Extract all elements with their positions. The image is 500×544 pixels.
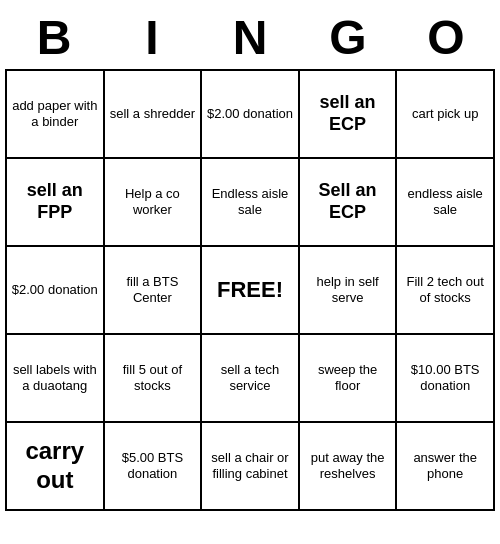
bingo-cell: carry out [7,423,105,511]
bingo-cell: FREE! [202,247,300,335]
bingo-cell: endless aisle sale [397,159,495,247]
bingo-cell: sell a tech service [202,335,300,423]
bingo-cell: add paper with a binder [7,71,105,159]
bingo-cell: $10.00 BTS donation [397,335,495,423]
bingo-cell: sell a chair or filling cabinet [202,423,300,511]
bingo-cell: Endless aisle sale [202,159,300,247]
header-letter: B [5,8,103,69]
bingo-cell: sell an ECP [300,71,398,159]
header-letter: N [201,8,299,69]
header-letter: I [103,8,201,69]
bingo-cell: sell an FPP [7,159,105,247]
bingo-cell: $5.00 BTS donation [105,423,203,511]
bingo-cell: fill a BTS Center [105,247,203,335]
bingo-cell: put away the reshelves [300,423,398,511]
bingo-container: BINGO add paper with a bindersell a shre… [5,8,495,511]
bingo-cell: fill 5 out of stocks [105,335,203,423]
bingo-cell: cart pick up [397,71,495,159]
bingo-cell: sell a shredder [105,71,203,159]
bingo-cell: $2.00 donation [202,71,300,159]
header-letter: O [397,8,495,69]
bingo-cell: $2.00 donation [7,247,105,335]
bingo-cell: Help a co worker [105,159,203,247]
bingo-cell: Sell an ECP [300,159,398,247]
bingo-header: BINGO [5,8,495,69]
header-letter: G [299,8,397,69]
bingo-cell: answer the phone [397,423,495,511]
bingo-grid: add paper with a bindersell a shredder$2… [5,69,495,511]
bingo-cell: Fill 2 tech out of stocks [397,247,495,335]
bingo-cell: sell labels with a duaotang [7,335,105,423]
bingo-cell: help in self serve [300,247,398,335]
bingo-cell: sweep the floor [300,335,398,423]
